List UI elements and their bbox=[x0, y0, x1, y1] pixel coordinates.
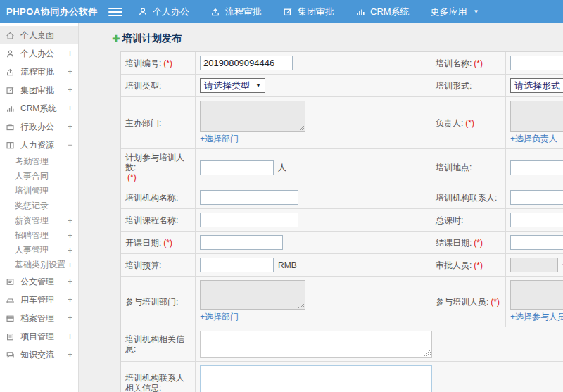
participants-textarea[interactable] bbox=[510, 280, 563, 310]
training-location-label: 培训地点: bbox=[431, 149, 506, 186]
expand-icon[interactable]: + bbox=[65, 122, 72, 132]
expand-icon[interactable]: + bbox=[65, 277, 72, 286]
sidebar-item-document-management[interactable]: 公文管理 + bbox=[0, 272, 78, 291]
expand-icon[interactable]: + bbox=[65, 260, 72, 270]
course-name-label: 培训课程名称: bbox=[121, 209, 196, 231]
sidebar-item-personal-office[interactable]: 个人办公 + bbox=[0, 44, 78, 63]
nav-label: 个人办公 bbox=[153, 6, 189, 18]
currency-suffix: RMB bbox=[278, 260, 297, 270]
sidebar-item-crm-system[interactable]: CRM系统 + bbox=[0, 99, 78, 118]
sidebar-subitem-personnel-management[interactable]: 人事管理 + bbox=[0, 243, 78, 258]
briefcase-icon bbox=[6, 122, 16, 132]
sidebar-item-group-approval[interactable]: 集团审批 + bbox=[0, 81, 78, 99]
sidebar-item-personal-desktop[interactable]: 个人桌面 bbox=[0, 26, 78, 44]
page-title: 培训计划发布 bbox=[122, 32, 182, 45]
institution-name-input[interactable] bbox=[200, 190, 298, 205]
clipboard-icon bbox=[6, 332, 16, 341]
expand-icon[interactable]: + bbox=[65, 246, 72, 255]
expand-icon[interactable]: + bbox=[65, 313, 72, 323]
leader-label: 负责人:(*) bbox=[431, 97, 506, 148]
planned-participants-input[interactable] bbox=[200, 160, 274, 175]
home-icon bbox=[6, 31, 16, 40]
edit-square-icon bbox=[283, 7, 293, 17]
budget-input[interactable] bbox=[200, 258, 274, 272]
institution-info-textarea[interactable] bbox=[200, 331, 432, 358]
nav-group-approval[interactable]: 集团审批 bbox=[283, 6, 334, 18]
training-type-select[interactable]: 请选择类型▼ bbox=[200, 78, 265, 93]
planned-participants-label: 计划参与培训人数:(*) bbox=[121, 149, 196, 186]
car-icon bbox=[6, 296, 16, 305]
training-form-select[interactable]: 请选择形式▼ bbox=[510, 78, 563, 93]
book-icon bbox=[6, 141, 16, 150]
select-department-link[interactable]: +选择部门 bbox=[200, 311, 239, 323]
total-hours-input[interactable] bbox=[510, 213, 563, 227]
expand-icon[interactable]: + bbox=[65, 49, 72, 58]
end-date-input[interactable] bbox=[510, 235, 563, 250]
nav-label: 集团审批 bbox=[298, 6, 334, 18]
top-nav-bar: PHPOA协同办公软件 个人办公 流程审批 集团审批 bbox=[0, 0, 563, 23]
expand-icon[interactable]: + bbox=[65, 85, 72, 95]
host-department-textarea[interactable] bbox=[200, 101, 305, 132]
sidebar-subitem-attendance-management[interactable]: 考勤管理 bbox=[0, 154, 78, 169]
sidebar-subitem-reward-punishment-records[interactable]: 奖惩记录 bbox=[0, 198, 78, 213]
page-title-bar: ✚ 培训计划发布 bbox=[112, 32, 563, 45]
host-department-label: 主办部门: bbox=[121, 97, 196, 148]
nav-workflow-approval[interactable]: 流程审批 bbox=[210, 6, 262, 18]
nav-label: 更多应用 bbox=[431, 6, 467, 18]
approver-input[interactable] bbox=[510, 258, 558, 272]
sidebar-subitem-personnel-contract[interactable]: 人事合同 bbox=[0, 169, 78, 184]
expand-icon[interactable]: + bbox=[65, 231, 72, 241]
sidebar-subitem-salary-management[interactable]: 薪资管理 + bbox=[0, 213, 78, 228]
nav-more-apps[interactable]: 更多应用 ▼ bbox=[431, 6, 479, 18]
sidebar-subitem-training-management[interactable]: 培训管理 bbox=[0, 184, 78, 198]
chat-icon bbox=[6, 350, 16, 360]
training-number-input[interactable] bbox=[200, 56, 293, 70]
expand-icon[interactable]: + bbox=[65, 103, 72, 113]
expand-icon[interactable]: + bbox=[65, 67, 72, 77]
course-name-input[interactable] bbox=[200, 213, 298, 227]
nav-personal-office[interactable]: 个人办公 bbox=[138, 6, 189, 18]
resize-handle[interactable] bbox=[424, 350, 431, 356]
app-logo[interactable]: PHPOA协同办公软件 bbox=[0, 6, 104, 18]
sidebar-item-vehicle-management[interactable]: 用车管理 + bbox=[0, 291, 78, 309]
training-location-input[interactable] bbox=[510, 160, 563, 175]
collapse-icon[interactable]: − bbox=[65, 140, 72, 150]
start-date-input[interactable] bbox=[200, 235, 283, 250]
training-name-input[interactable] bbox=[510, 56, 563, 70]
training-number-label: 培训编号:(*) bbox=[121, 52, 196, 74]
sidebar-subitem-recruitment-management[interactable]: 招聘管理 + bbox=[0, 228, 78, 243]
upload-arrow-icon bbox=[210, 7, 220, 17]
expand-icon[interactable]: + bbox=[65, 295, 72, 305]
expand-icon[interactable]: + bbox=[65, 350, 72, 360]
participating-departments-textarea[interactable] bbox=[200, 280, 305, 310]
sidebar: 个人桌面 个人办公 + 流程审批 + 集团审批 + CRM系统 + 行政办公 + bbox=[0, 23, 79, 392]
institution-contact-input[interactable] bbox=[510, 190, 563, 205]
top-nav-menu: 个人办公 流程审批 集团审批 CRM系统 更多应用 bbox=[138, 6, 479, 18]
approver-label: 审批人员:(*) bbox=[431, 254, 506, 276]
training-type-label: 培训类型: bbox=[121, 75, 196, 96]
caret-down-icon: ▼ bbox=[474, 8, 479, 15]
sidebar-subitem-basic-category-settings[interactable]: 基础类别设置 + bbox=[0, 258, 78, 272]
institution-contact-label: 培训机构联系人: bbox=[431, 186, 506, 208]
sidebar-item-administrative-office[interactable]: 行政办公 + bbox=[0, 118, 78, 136]
sidebar-item-knowledge-exchange[interactable]: 知识交流 + bbox=[0, 346, 78, 364]
expand-icon[interactable]: + bbox=[65, 331, 72, 341]
select-leader-link[interactable]: +选择负责人 bbox=[510, 133, 557, 145]
leader-textarea[interactable] bbox=[510, 101, 563, 132]
sidebar-item-archive-management[interactable]: 档案管理 + bbox=[0, 309, 78, 327]
participants-label: 参与培训人员:(*) bbox=[431, 277, 506, 327]
hamburger-menu-icon[interactable] bbox=[108, 5, 122, 19]
expand-icon[interactable]: + bbox=[65, 216, 72, 226]
bar-chart-icon bbox=[355, 7, 365, 17]
resize-handle[interactable] bbox=[298, 124, 304, 130]
institution-name-label: 培训机构名称: bbox=[121, 186, 196, 208]
nav-crm-system[interactable]: CRM系统 bbox=[355, 6, 410, 18]
sidebar-item-project-management[interactable]: 项目管理 + bbox=[0, 327, 78, 346]
select-department-link[interactable]: +选择部门 bbox=[200, 133, 239, 145]
select-participants-link[interactable]: +选择参与人员 bbox=[510, 311, 563, 323]
sidebar-item-human-resources[interactable]: 人力资源 − bbox=[0, 136, 78, 154]
budget-label: 培训预算: bbox=[121, 254, 196, 276]
resize-handle[interactable] bbox=[298, 302, 304, 308]
institution-contact-info-textarea[interactable] bbox=[200, 365, 432, 392]
sidebar-item-workflow-approval[interactable]: 流程审批 + bbox=[0, 63, 78, 81]
